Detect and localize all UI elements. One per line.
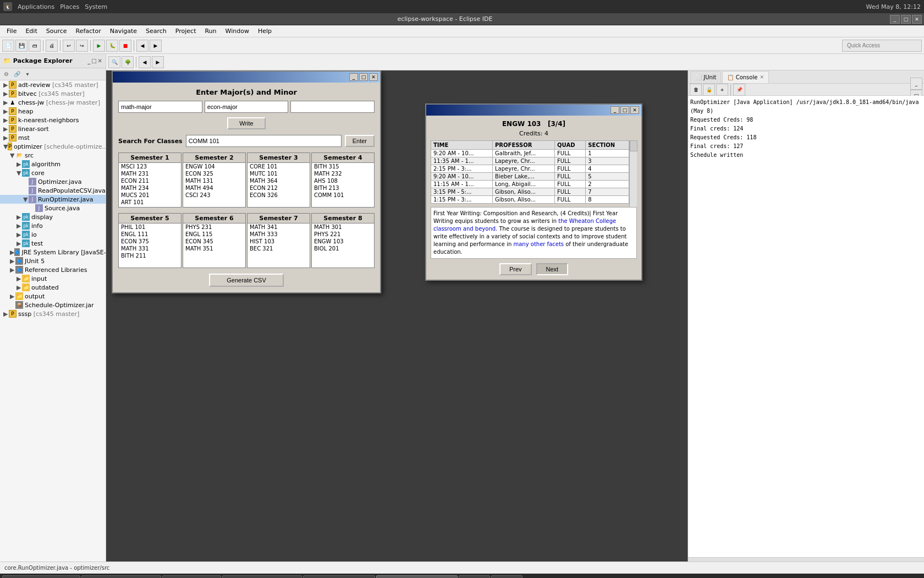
quick-access-input[interactable] — [842, 40, 922, 52]
hierarchy-btn[interactable]: 🌳 — [122, 56, 134, 68]
prev-button[interactable]: Prev — [499, 263, 532, 275]
nav-fwd-btn[interactable]: ▶ — [150, 40, 162, 52]
search-classes-input[interactable] — [186, 135, 342, 147]
tree-item-algorithm[interactable]: ▶ pk algorithm — [0, 160, 106, 168]
clear-console-btn[interactable]: 🗑 — [690, 84, 702, 96]
menu-applications[interactable]: Applications — [18, 3, 54, 10]
tree-item-mst[interactable]: ▶ P mst — [0, 133, 106, 142]
pe-menu-btn[interactable]: ▾ — [24, 70, 31, 78]
taskbar-item-0[interactable]: Drei Psalmen Op. 7... — [2, 575, 80, 578]
tree-item-runoptimizer-java[interactable]: ▼ J RunOptimizer.java — [0, 195, 106, 204]
write-button[interactable]: Write — [227, 117, 265, 129]
debug-btn[interactable]: 🐛 — [106, 40, 118, 52]
menu-window[interactable]: Window — [221, 26, 254, 36]
tree-item-input[interactable]: ▶ 📁 input — [0, 274, 106, 283]
save-btn[interactable]: 💾 — [15, 40, 28, 52]
menu-file[interactable]: File — [2, 26, 21, 36]
tab-junit[interactable]: ⬜ JUnit — [690, 71, 721, 83]
prev-edit-btn[interactable]: ◀ — [139, 56, 151, 68]
engw-maximize-btn[interactable]: □ — [620, 106, 629, 114]
taskbar-item-6[interactable]: Java — [459, 575, 490, 578]
tree-item-knn[interactable]: ▶ P k-nearest-neighbors — [0, 116, 106, 124]
taskbar-item-1[interactable]: [cs335-optimizer-de... — [81, 575, 162, 578]
major2-input[interactable] — [205, 101, 289, 113]
tree-item-heap[interactable]: ▶ P heap — [0, 107, 106, 116]
console-tab-close[interactable]: ✕ — [760, 74, 764, 80]
taskbar-item-3[interactable]: [48:34 min - manag... — [222, 575, 302, 578]
next-button[interactable]: Next — [536, 263, 569, 275]
collapse-all-btn[interactable]: ⊖ — [2, 70, 10, 78]
menu-search[interactable]: Search — [141, 26, 171, 36]
maximize-btn[interactable]: □ — [901, 15, 911, 24]
engw-minimize-btn[interactable]: _ — [610, 106, 619, 114]
open-type-btn[interactable]: 🔍 — [108, 56, 120, 68]
next-edit-btn[interactable]: ▶ — [152, 56, 164, 68]
undo-btn[interactable]: ↩ — [63, 40, 75, 52]
tree-item-source-java[interactable]: J Source.java — [0, 204, 106, 212]
rs-minimize-btn[interactable]: _ — [910, 78, 922, 90]
tree-item-readpopulate-java[interactable]: J ReadPopulateCSV.java — [0, 186, 106, 195]
dialog-maximize-btn[interactable]: □ — [359, 73, 368, 81]
minimize-btn[interactable]: _ — [890, 15, 900, 24]
link-editor-btn[interactable]: 🔗 — [12, 70, 23, 78]
scroll-lock-btn[interactable]: 🔒 — [703, 84, 715, 96]
tree-item-sssp[interactable]: ▶ P sssp [cs345 master] — [0, 309, 106, 318]
tree-item-io[interactable]: ▶ pk io — [0, 230, 106, 239]
menu-edit[interactable]: Edit — [21, 26, 41, 36]
engw-close-btn[interactable]: ✕ — [630, 106, 639, 114]
tree-item-schedule-jar[interactable]: 📦 Schedule-Optimizer.jar — [0, 301, 106, 309]
taskbar-item-5[interactable]: eclipse-workspace - ... — [376, 575, 458, 578]
new-btn[interactable]: 📄 — [2, 40, 14, 52]
taskbar-item-4[interactable]: schedule-optimizer — [303, 575, 376, 578]
tree-item-test[interactable]: ▶ pk test — [0, 239, 106, 248]
stop-btn[interactable]: ■ — [119, 40, 131, 52]
tree-item-jre[interactable]: ▶ 🔷 JRE System Library [JavaSE-... — [0, 248, 106, 257]
panel-close-btn[interactable]: ✕ — [98, 58, 102, 64]
scroll-thumb[interactable] — [630, 140, 637, 151]
major3-input[interactable] — [290, 101, 375, 113]
tree-item-chess-jw[interactable]: ▶ ♟ chess-jw [chess-jw master] — [0, 98, 106, 107]
menu-help[interactable]: Help — [254, 26, 276, 36]
run-btn[interactable]: ▶ — [93, 40, 105, 52]
tree-item-linear-sort[interactable]: ▶ P linear-sort — [0, 124, 106, 133]
close-btn[interactable]: ✕ — [912, 15, 922, 24]
enter-button[interactable]: Enter — [345, 135, 375, 147]
tree-item-output[interactable]: ▶ 📁 output — [0, 292, 106, 301]
tree-item-src[interactable]: ▼ 📂 src — [0, 151, 106, 160]
print-btn[interactable]: 🖨 — [46, 40, 58, 52]
generate-csv-button[interactable]: Generate CSV — [209, 274, 284, 287]
tree-item-core[interactable]: ▼ pk core — [0, 168, 106, 177]
panel-minimize-btn[interactable]: _ — [87, 58, 90, 64]
tree-item-display[interactable]: ▶ pk display — [0, 212, 106, 221]
menu-refactor[interactable]: Refactor — [72, 26, 106, 36]
dialog-minimize-btn[interactable]: _ — [349, 73, 358, 81]
engw-scrollbar[interactable] — [629, 140, 637, 207]
menu-system[interactable]: System — [85, 3, 107, 10]
tab-console[interactable]: 📋 Console ✕ — [722, 71, 768, 83]
tree-item-outdated[interactable]: ▶ 📁 outdated — [0, 283, 106, 292]
save-all-btn[interactable]: 🗃 — [29, 40, 41, 52]
console-scrollbar[interactable] — [688, 557, 924, 561]
major1-input[interactable] — [118, 101, 202, 113]
pin-console-btn[interactable]: 📌 — [733, 84, 745, 96]
menu-source[interactable]: Source — [42, 26, 72, 36]
tree-item-optimizer[interactable]: ▼ P optimizer [schedule-optimize... — [0, 142, 106, 151]
tree-item-bitvec[interactable]: ▶ P bitvec [cs345 master] — [0, 89, 106, 98]
taskbar-item-2[interactable]: Mate Terminal — [162, 575, 221, 578]
tree-item-info[interactable]: ▶ pk info — [0, 221, 106, 230]
taskbar-item-7[interactable]: Java — [491, 575, 522, 578]
dialog-close-btn[interactable]: ✕ — [369, 73, 378, 81]
menu-places[interactable]: Places — [60, 3, 79, 10]
tree-item-optimizer-java[interactable]: J Optimizer.java — [0, 177, 106, 186]
tree-item-adt-review[interactable]: ▶ P adt-review [cs345 master] — [0, 80, 106, 89]
menu-navigate[interactable]: Navigate — [106, 26, 141, 36]
menu-run[interactable]: Run — [200, 26, 221, 36]
redo-btn[interactable]: ↪ — [76, 40, 88, 52]
nav-back-btn[interactable]: ◀ — [136, 40, 148, 52]
panel-maximize-btn[interactable]: □ — [91, 58, 96, 64]
tree-item-ref-libs[interactable]: ▶ 🔷 Referenced Libraries — [0, 265, 106, 274]
editor-area[interactable]: _ □ ✕ Enter Major(s) and Minor — [106, 70, 688, 561]
tree-item-junit5[interactable]: ▶ 🔷 JUnit 5 — [0, 257, 106, 265]
menu-project[interactable]: Project — [171, 26, 201, 36]
new-console-btn[interactable]: + — [716, 84, 728, 96]
